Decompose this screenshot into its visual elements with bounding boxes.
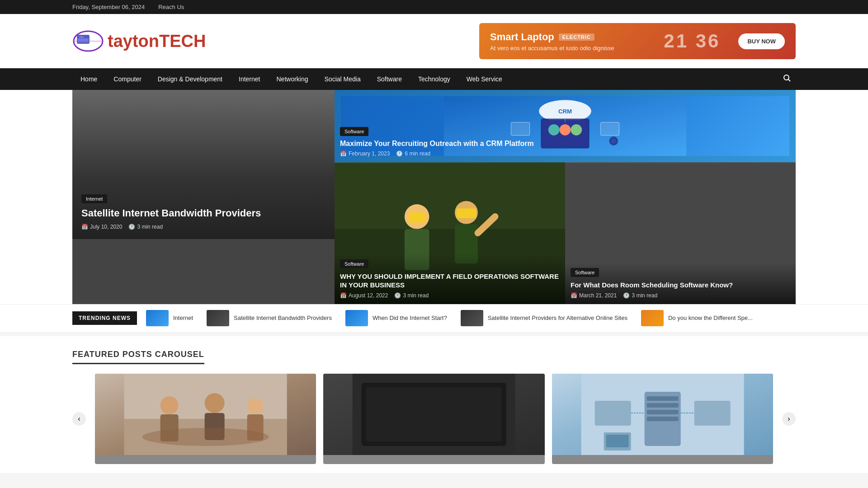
svg-point-42 [142,428,269,446]
ad-subtitle: At vero eos et accusamus et iusto odio d… [490,45,646,52]
ad-content: Smart Laptop ELECTRIC At vero eos et acc… [490,31,646,52]
trending-thumb-4 [641,310,664,326]
svg-point-8 [784,75,789,80]
nav-networking[interactable]: Networking [269,68,316,90]
trending-thumb-1 [207,310,229,326]
svg-rect-6 [78,38,89,42]
svg-point-3 [79,37,80,38]
nav-computer[interactable]: Computer [105,68,149,90]
svg-rect-49 [646,403,678,408]
svg-point-38 [205,393,225,413]
carousel-card-img-0 [95,374,316,455]
featured-bottom-right-title: For What Does Room Scheduling Software K… [571,281,790,290]
featured-posts-section: FEATURED POSTS CAROUSEL ‹ [0,336,868,473]
trending-items: Internet Satellite Internet Bandwidth Pr… [146,310,796,326]
featured-left-title: Satellite Internet Bandwidth Providers [81,207,261,220]
trending-item-2[interactable]: When Did the Internet Start? [345,310,447,326]
featured-bottom-right-meta: 📅 March 21, 2021 🕐 3 min read [571,292,790,299]
ad-title: Smart Laptop ELECTRIC [490,31,646,43]
trending-item-1[interactable]: Satellite Internet Bandwidth Providers [207,310,332,326]
svg-rect-27 [409,212,425,222]
main-nav: Home Computer Design & Development Inter… [0,68,868,90]
trending-title-0: Internet [173,314,193,321]
nav-home[interactable]: Home [72,68,105,90]
trending-news-bar: TRENDING NEWS Internet Satellite Interne… [0,304,868,332]
nav-software[interactable]: Software [369,68,410,90]
nav-design-dev[interactable]: Design & Development [150,68,231,90]
featured-left-meta: 📅 July 10, 2020 🕐 3 min read [81,224,261,230]
reach-us-link[interactable]: Reach Us [158,4,184,10]
carousel-card-img-1 [323,374,544,455]
trending-item-3[interactable]: Satellite Internet Providers for Alterna… [461,310,627,326]
featured-posts-title: FEATURED POSTS CAROUSEL [72,350,204,364]
featured-top-article[interactable]: CRM [335,90,796,162]
featured-left-article[interactable]: Internet Satellite Internet Bandwidth Pr… [72,90,335,304]
featured-top-meta: 📅 February 1, 2023 🕐 6 min read [340,150,790,157]
trending-title-1: Satellite Internet Bandwidth Providers [234,314,332,321]
time-icon3: 🕐 3 min read [623,292,657,299]
svg-rect-53 [694,401,730,426]
nav-items: Home Computer Design & Development Inter… [72,68,510,90]
featured-bottom-left-article[interactable]: Software WHY YOU SHOULD IMPLEMENT A FIEL… [335,162,565,304]
cal-icon: 📅 February 1, 2023 [340,150,390,157]
top-bar: Friday, September 06, 2024 Reach Us [0,0,868,14]
nav-internet[interactable]: Internet [231,68,268,90]
featured-left-image: Internet Satellite Internet Bandwidth Pr… [72,90,335,239]
svg-point-40 [247,398,264,414]
featured-right-grid: CRM [335,90,796,304]
featured-left-info: Internet Satellite Internet Bandwidth Pr… [81,194,261,230]
svg-rect-57 [606,435,628,447]
logo[interactable]: taytonTECH [72,28,206,55]
clock-icon: 🕐 3 min read [128,224,163,230]
featured-bottom-left-overlay: Software WHY YOU SHOULD IMPLEMENT A FIEL… [335,254,565,304]
nav-social-media[interactable]: Social Media [316,68,369,90]
featured-top-tag[interactable]: Software [340,127,368,136]
carousel-container: ‹ [72,374,796,464]
featured-bottom-left-meta: 📅 August 12, 2022 🕐 3 min read [340,292,560,299]
cal-icon2: 📅 August 12, 2022 [340,292,388,299]
carousel-card-1[interactable] [323,374,544,464]
carousel-next-button[interactable]: › [782,412,796,426]
carousel-items [95,374,773,464]
trending-label: TRENDING NEWS [72,311,137,325]
trending-thumb-0 [146,310,169,326]
carousel-prev-button[interactable]: ‹ [72,412,86,426]
trending-item-4[interactable]: Do you know the Different Spe... [641,310,753,326]
logo-text: taytonTECH [108,32,206,51]
svg-point-36 [160,396,179,414]
svg-line-9 [788,79,791,81]
ad-numbers: 21 36 [664,30,720,52]
featured-bottom-left-title: WHY YOU SHOULD IMPLEMENT A FIELD OPERATI… [340,272,560,290]
svg-rect-48 [646,396,678,401]
header: taytonTECH Smart Laptop ELECTRIC At vero… [0,14,868,68]
carousel-card-img-2 [552,374,773,455]
nav-web-service[interactable]: Web Service [458,68,510,90]
trending-title-4: Do you know the Different Spe... [668,314,753,321]
ad-banner: Smart Laptop ELECTRIC At vero eos et acc… [479,23,796,59]
logo-icon [72,28,104,55]
time-icon: 🕐 6 min read [396,150,430,157]
trending-item-0[interactable]: Internet [146,310,193,326]
svg-text:CRM: CRM [558,108,572,115]
featured-left-tag[interactable]: Internet [81,194,107,203]
svg-rect-30 [457,208,476,218]
search-icon[interactable] [778,70,796,89]
trending-thumb-3 [461,310,483,326]
carousel-card-0[interactable] [95,374,316,464]
featured-bottom-right-tag[interactable]: Software [571,268,599,277]
buy-now-button[interactable]: BUY NOW [738,33,785,49]
nav-technology[interactable]: Technology [410,68,458,90]
calendar-icon: 📅 July 10, 2020 [81,224,122,230]
cal-icon3: 📅 March 21, 2021 [571,292,617,299]
svg-rect-52 [594,401,631,426]
featured-bottom-row: Software WHY YOU SHOULD IMPLEMENT A FIEL… [335,162,796,304]
featured-bottom-right-overlay: Software For What Does Room Scheduling S… [565,263,796,304]
carousel-card-2[interactable] [552,374,773,464]
featured-bottom-left-tag[interactable]: Software [340,259,368,268]
svg-point-4 [81,37,82,38]
featured-top-overlay: Software Maximize Your Recruiting Outrea… [335,122,796,162]
featured-bottom-right-article[interactable]: Software For What Does Room Scheduling S… [565,162,796,304]
ad-badge: ELECTRIC [559,33,594,41]
trending-thumb-2 [345,310,368,326]
time-icon2: 🕐 3 min read [394,292,429,299]
